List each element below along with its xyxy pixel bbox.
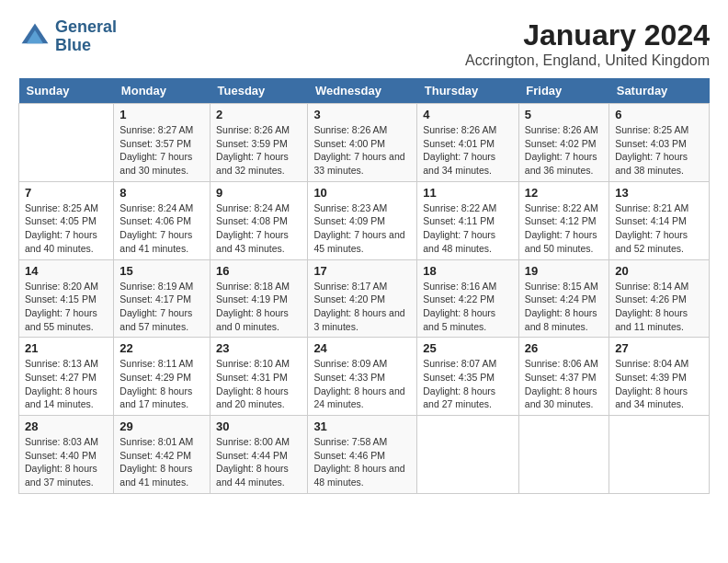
calendar-cell: 26Sunrise: 8:06 AMSunset: 4:37 PMDayligh…	[518, 338, 609, 416]
day-number: 21	[25, 341, 108, 355]
calendar-cell: 28Sunrise: 8:03 AMSunset: 4:40 PMDayligh…	[19, 416, 114, 494]
day-info: Sunrise: 8:24 AMSunset: 4:06 PMDaylight:…	[119, 201, 204, 256]
day-number: 5	[525, 108, 603, 121]
day-info: Sunrise: 8:21 AMSunset: 4:14 PMDaylight:…	[615, 201, 703, 256]
day-info: Sunrise: 8:20 AMSunset: 4:15 PMDaylight:…	[25, 280, 108, 334]
calendar-cell: 17Sunrise: 8:17 AMSunset: 4:20 PMDayligh…	[308, 259, 417, 338]
day-number: 22	[119, 341, 204, 355]
calendar-week-row: 7Sunrise: 8:25 AMSunset: 4:05 PMDaylight…	[19, 181, 710, 259]
day-number: 20	[615, 264, 703, 278]
calendar-cell: 19Sunrise: 8:15 AMSunset: 4:24 PMDayligh…	[518, 259, 609, 338]
calendar-cell: 23Sunrise: 8:10 AMSunset: 4:31 PMDayligh…	[210, 338, 308, 416]
calendar-cell	[417, 416, 519, 494]
day-number: 24	[313, 341, 411, 355]
weekday-header: Sunday	[19, 78, 114, 104]
day-info: Sunrise: 8:19 AMSunset: 4:17 PMDaylight:…	[119, 280, 204, 334]
calendar-cell: 24Sunrise: 8:09 AMSunset: 4:33 PMDayligh…	[308, 338, 417, 416]
calendar-week-row: 21Sunrise: 8:13 AMSunset: 4:27 PMDayligh…	[19, 338, 710, 416]
day-info: Sunrise: 8:04 AMSunset: 4:39 PMDaylight:…	[615, 357, 703, 411]
calendar-cell: 2Sunrise: 8:26 AMSunset: 3:59 PMDaylight…	[210, 104, 308, 182]
calendar-table: SundayMondayTuesdayWednesdayThursdayFrid…	[18, 78, 710, 494]
day-info: Sunrise: 8:10 AMSunset: 4:31 PMDaylight:…	[216, 357, 301, 411]
calendar-cell	[518, 416, 609, 494]
calendar-cell: 14Sunrise: 8:20 AMSunset: 4:15 PMDayligh…	[19, 259, 114, 338]
calendar-cell: 1Sunrise: 8:27 AMSunset: 3:57 PMDaylight…	[114, 104, 210, 182]
calendar-cell: 18Sunrise: 8:16 AMSunset: 4:22 PMDayligh…	[417, 259, 519, 338]
day-number: 10	[313, 186, 411, 200]
day-info: Sunrise: 8:07 AMSunset: 4:35 PMDaylight:…	[423, 357, 513, 411]
title-block: January 2024 Accrington, England, United…	[465, 18, 710, 69]
weekday-header: Saturday	[609, 78, 710, 104]
weekday-header: Wednesday	[308, 78, 417, 104]
day-number: 2	[216, 108, 301, 121]
day-number: 4	[423, 108, 513, 121]
calendar-cell: 13Sunrise: 8:21 AMSunset: 4:14 PMDayligh…	[609, 181, 710, 259]
day-number: 18	[423, 264, 513, 278]
day-number: 28	[25, 419, 108, 433]
calendar-cell: 12Sunrise: 8:22 AMSunset: 4:12 PMDayligh…	[518, 181, 609, 259]
day-info: Sunrise: 8:03 AMSunset: 4:40 PMDaylight:…	[25, 435, 108, 489]
calendar-cell: 27Sunrise: 8:04 AMSunset: 4:39 PMDayligh…	[609, 338, 710, 416]
day-number: 23	[216, 341, 301, 355]
day-number: 15	[119, 264, 204, 278]
page-header: General Blue January 2024 Accrington, En…	[18, 18, 710, 69]
day-info: Sunrise: 8:16 AMSunset: 4:22 PMDaylight:…	[423, 280, 513, 334]
day-number: 13	[615, 186, 703, 200]
day-info: Sunrise: 8:06 AMSunset: 4:37 PMDaylight:…	[525, 357, 603, 411]
day-number: 26	[525, 341, 603, 355]
logo: General Blue	[18, 18, 117, 55]
day-info: Sunrise: 8:01 AMSunset: 4:42 PMDaylight:…	[119, 435, 204, 489]
calendar-cell: 11Sunrise: 8:22 AMSunset: 4:11 PMDayligh…	[417, 181, 519, 259]
calendar-cell: 8Sunrise: 8:24 AMSunset: 4:06 PMDaylight…	[114, 181, 210, 259]
main-title: January 2024	[465, 18, 710, 52]
day-number: 30	[216, 419, 301, 433]
day-info: Sunrise: 8:09 AMSunset: 4:33 PMDaylight:…	[313, 357, 411, 411]
day-info: Sunrise: 8:23 AMSunset: 4:09 PMDaylight:…	[313, 201, 411, 256]
day-info: Sunrise: 8:13 AMSunset: 4:27 PMDaylight:…	[25, 357, 108, 411]
day-info: Sunrise: 8:11 AMSunset: 4:29 PMDaylight:…	[119, 357, 204, 411]
calendar-cell: 31Sunrise: 7:58 AMSunset: 4:46 PMDayligh…	[308, 416, 417, 494]
calendar-cell: 16Sunrise: 8:18 AMSunset: 4:19 PMDayligh…	[210, 259, 308, 338]
weekday-header: Tuesday	[210, 78, 308, 104]
day-info: Sunrise: 8:25 AMSunset: 4:03 PMDaylight:…	[615, 123, 703, 178]
day-info: Sunrise: 8:14 AMSunset: 4:26 PMDaylight:…	[615, 280, 703, 334]
day-number: 11	[423, 186, 513, 200]
calendar-cell: 30Sunrise: 8:00 AMSunset: 4:44 PMDayligh…	[210, 416, 308, 494]
calendar-cell: 29Sunrise: 8:01 AMSunset: 4:42 PMDayligh…	[114, 416, 210, 494]
day-number: 17	[313, 264, 411, 278]
day-number: 31	[313, 419, 411, 433]
calendar-cell: 4Sunrise: 8:26 AMSunset: 4:01 PMDaylight…	[417, 104, 519, 182]
day-number: 6	[615, 108, 703, 121]
calendar-cell: 20Sunrise: 8:14 AMSunset: 4:26 PMDayligh…	[609, 259, 710, 338]
day-number: 8	[119, 186, 204, 200]
day-number: 27	[615, 341, 703, 355]
day-info: Sunrise: 8:26 AMSunset: 3:59 PMDaylight:…	[216, 123, 301, 178]
day-info: Sunrise: 7:58 AMSunset: 4:46 PMDaylight:…	[313, 435, 411, 489]
day-info: Sunrise: 8:22 AMSunset: 4:12 PMDaylight:…	[525, 201, 603, 256]
calendar-cell: 9Sunrise: 8:24 AMSunset: 4:08 PMDaylight…	[210, 181, 308, 259]
header-row: SundayMondayTuesdayWednesdayThursdayFrid…	[19, 78, 710, 104]
weekday-header: Thursday	[417, 78, 519, 104]
day-number: 25	[423, 341, 513, 355]
subtitle: Accrington, England, United Kingdom	[465, 52, 710, 69]
calendar-week-row: 1Sunrise: 8:27 AMSunset: 3:57 PMDaylight…	[19, 104, 710, 182]
day-info: Sunrise: 8:15 AMSunset: 4:24 PMDaylight:…	[525, 280, 603, 334]
day-info: Sunrise: 8:27 AMSunset: 3:57 PMDaylight:…	[119, 123, 204, 178]
day-info: Sunrise: 8:22 AMSunset: 4:11 PMDaylight:…	[423, 201, 513, 256]
day-info: Sunrise: 8:26 AMSunset: 4:02 PMDaylight:…	[525, 123, 603, 178]
calendar-week-row: 28Sunrise: 8:03 AMSunset: 4:40 PMDayligh…	[19, 416, 710, 494]
day-info: Sunrise: 8:18 AMSunset: 4:19 PMDaylight:…	[216, 280, 301, 334]
day-number: 29	[119, 419, 204, 433]
day-info: Sunrise: 8:00 AMSunset: 4:44 PMDaylight:…	[216, 435, 301, 489]
calendar-cell: 22Sunrise: 8:11 AMSunset: 4:29 PMDayligh…	[114, 338, 210, 416]
calendar-cell: 21Sunrise: 8:13 AMSunset: 4:27 PMDayligh…	[19, 338, 114, 416]
day-info: Sunrise: 8:25 AMSunset: 4:05 PMDaylight:…	[25, 201, 108, 256]
calendar-cell: 10Sunrise: 8:23 AMSunset: 4:09 PMDayligh…	[308, 181, 417, 259]
day-number: 3	[313, 108, 411, 121]
day-number: 19	[525, 264, 603, 278]
logo-icon	[18, 20, 51, 53]
day-number: 9	[216, 186, 301, 200]
calendar-cell	[19, 104, 114, 182]
logo-text-line2: Blue	[55, 37, 117, 55]
weekday-header: Friday	[518, 78, 609, 104]
